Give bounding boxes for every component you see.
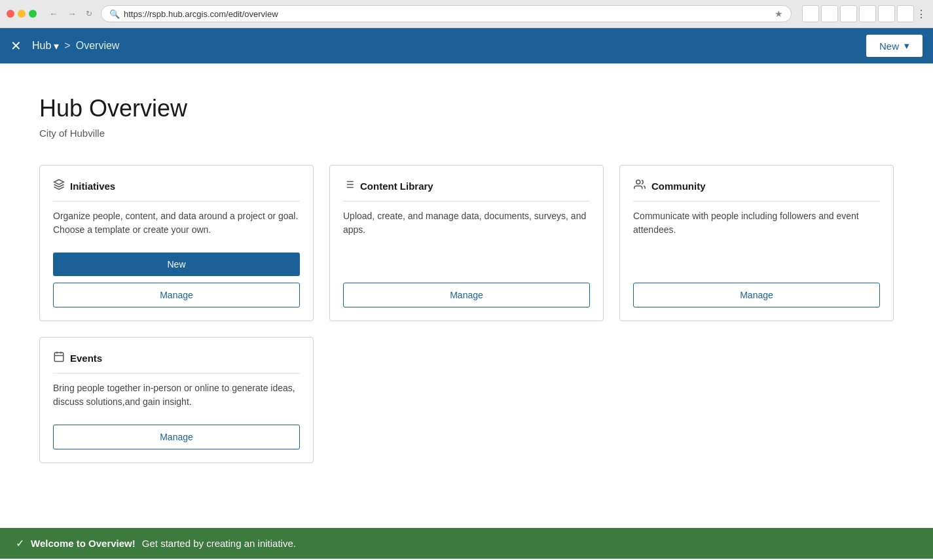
url-input[interactable] [124, 9, 771, 19]
svg-point-6 [636, 180, 640, 184]
content-library-card: Content Library Upload, create, and mana… [329, 165, 604, 321]
new-button[interactable]: New ▾ [866, 35, 923, 57]
breadcrumb-current: Overview [76, 40, 120, 52]
toast-message: Get started by creating an initiative. [142, 538, 296, 549]
community-manage-button[interactable]: Manage [633, 283, 880, 307]
browser-chrome: ← → ↻ 🔍 ★ ⋮ [0, 0, 933, 28]
top-navigation: ✕ Hub ▾ > Overview New ▾ [0, 28, 933, 63]
tab-btn-5[interactable] [897, 5, 914, 22]
events-card-header: Events [53, 351, 300, 374]
back-button[interactable]: ← [46, 7, 62, 20]
hub-dropdown-arrow-icon: ▾ [54, 40, 59, 52]
community-card-actions: Manage [633, 283, 880, 307]
page-title: Hub Overview [39, 95, 894, 122]
traffic-lights [7, 10, 37, 18]
hub-label: Hub [32, 40, 51, 52]
community-card-header: Community [633, 179, 880, 201]
initiatives-icon [53, 179, 65, 193]
initiatives-card-header: Initiatives [53, 179, 300, 201]
bookmark-icon[interactable]: ★ [775, 9, 783, 19]
community-icon [633, 179, 646, 193]
maximize-traffic-light[interactable] [29, 10, 37, 18]
events-card-title: Events [70, 353, 102, 364]
content-library-card-title: Content Library [360, 181, 433, 192]
toast-bold-text: Welcome to Overview! [31, 538, 136, 549]
content-library-card-actions: Manage [343, 283, 590, 307]
toast-notification: ✓ Welcome to Overview! Get started by cr… [0, 528, 933, 559]
minimize-traffic-light[interactable] [18, 10, 26, 18]
events-manage-button[interactable]: Manage [53, 425, 300, 449]
initiatives-card-actions: New Manage [53, 253, 300, 307]
initiatives-card: Initiatives Organize people, content, an… [39, 165, 314, 321]
refresh-button[interactable]: ↻ [82, 7, 96, 20]
content-library-icon [343, 179, 355, 193]
tab-btn-3[interactable] [859, 5, 876, 22]
content-library-card-description: Upload, create, and manage data, documen… [343, 209, 590, 267]
events-card: Events Bring people together in-person o… [39, 337, 314, 463]
page-subtitle: City of Hubville [39, 128, 894, 139]
hub-dropdown-button[interactable]: Hub ▾ [32, 40, 59, 52]
initiatives-manage-button[interactable]: Manage [53, 283, 300, 307]
breadcrumb-separator: > [64, 40, 70, 52]
initiatives-card-description: Organize people, content, and data aroun… [53, 209, 300, 237]
initiatives-card-title: Initiatives [70, 181, 115, 192]
content-library-card-header: Content Library [343, 179, 590, 201]
community-card-description: Communicate with people including follow… [633, 209, 880, 267]
address-bar: 🔍 ★ [101, 5, 792, 22]
content-library-manage-button[interactable]: Manage [343, 283, 590, 307]
main-content: Hub Overview City of Hubville Initiative… [0, 63, 933, 528]
community-card-title: Community [651, 181, 706, 192]
new-button-label: New [879, 41, 899, 52]
browser-actions: ⋮ [802, 5, 926, 22]
cards-grid-bottom: Events Bring people together in-person o… [39, 337, 894, 463]
cards-grid-top: Initiatives Organize people, content, an… [39, 165, 894, 321]
tab-btn-2[interactable] [840, 5, 857, 22]
search-icon: 🔍 [109, 9, 120, 19]
events-icon [53, 351, 65, 365]
initiatives-new-button[interactable]: New [53, 253, 300, 276]
extensions-button[interactable] [802, 5, 819, 22]
tab-btn-4[interactable] [878, 5, 895, 22]
community-card: Community Communicate with people includ… [619, 165, 894, 321]
browser-menu-button[interactable]: ⋮ [916, 5, 926, 22]
tab-btn-1[interactable] [821, 5, 838, 22]
forward-button[interactable]: → [64, 7, 80, 20]
svg-rect-7 [54, 353, 64, 362]
close-traffic-light[interactable] [7, 10, 14, 18]
browser-navigation: ← → ↻ [46, 7, 96, 20]
events-card-description: Bring people together in-person or onlin… [53, 381, 300, 409]
close-button[interactable]: ✕ [10, 38, 22, 54]
toast-check-icon: ✓ [16, 537, 24, 550]
events-card-actions: Manage [53, 425, 300, 449]
new-button-arrow-icon: ▾ [904, 40, 909, 52]
